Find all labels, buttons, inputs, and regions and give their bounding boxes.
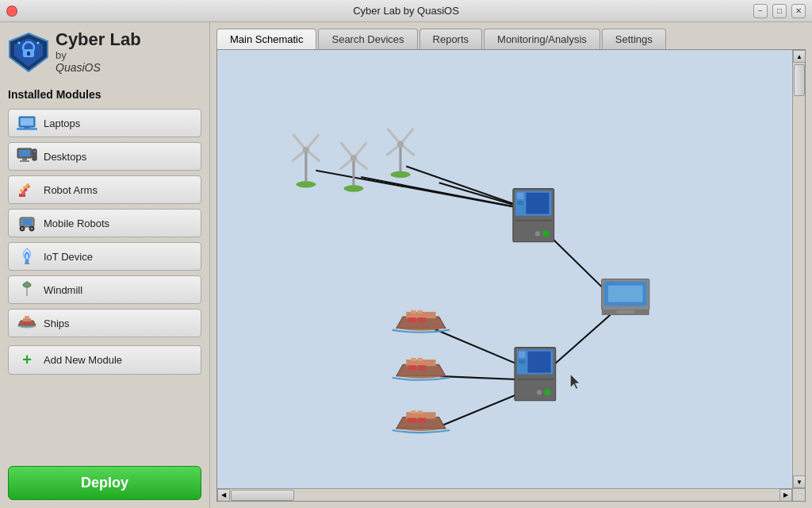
- svg-point-30: [25, 260, 29, 264]
- svg-point-51: [296, 181, 316, 187]
- svg-point-28: [21, 228, 24, 230]
- installed-modules-title: Installed Modules: [8, 88, 201, 101]
- module-mobile-robots[interactable]: Mobile Robots: [8, 209, 201, 237]
- desktops-label: Desktops: [44, 151, 86, 163]
- title-bar: Cyber Lab by QuasiOS − □ ✕: [0, 0, 812, 22]
- svg-rect-4: [27, 52, 30, 56]
- title-bar-left: [6, 6, 17, 17]
- svg-rect-40: [27, 321, 30, 324]
- windmill-label: Windmill: [44, 284, 82, 296]
- svg-rect-98: [418, 418, 426, 422]
- svg-rect-73: [517, 193, 523, 199]
- network-diagram: [217, 50, 792, 488]
- svg-rect-39: [24, 321, 27, 324]
- close-button[interactable]: ✕: [791, 4, 806, 18]
- scroll-down-arrow[interactable]: ▼: [793, 475, 805, 488]
- svg-rect-10: [24, 127, 30, 129]
- svg-rect-83: [616, 310, 634, 314]
- svg-rect-13: [22, 158, 27, 160]
- svg-rect-103: [528, 352, 551, 373]
- svg-rect-95: [411, 410, 416, 414]
- svg-rect-86: [418, 310, 423, 314]
- svg-rect-75: [526, 193, 549, 214]
- svg-rect-25: [22, 219, 32, 225]
- module-robot-arms[interactable]: Robot Arms: [8, 175, 201, 204]
- svg-line-49: [546, 310, 615, 372]
- scroll-up-arrow[interactable]: ▲: [793, 50, 805, 63]
- svg-rect-92: [408, 365, 416, 370]
- svg-rect-102: [519, 360, 525, 364]
- tab-settings[interactable]: Settings: [602, 29, 666, 49]
- svg-point-65: [391, 171, 411, 178]
- scroll-thumb-vertical[interactable]: [794, 64, 805, 96]
- maximize-button[interactable]: □: [772, 4, 787, 18]
- ship-icon: [17, 314, 37, 332]
- svg-line-43: [406, 167, 530, 210]
- svg-rect-38: [25, 316, 29, 319]
- horizontal-scrollbar[interactable]: ◀ ▶: [217, 488, 792, 501]
- scroll-thumb-horizontal[interactable]: [231, 490, 294, 501]
- svg-point-29: [31, 228, 33, 230]
- svg-rect-97: [408, 418, 416, 422]
- svg-point-23: [26, 183, 29, 187]
- scroll-right-arrow[interactable]: ▶: [779, 489, 792, 502]
- svg-point-63: [350, 155, 357, 161]
- schematic-wrapper: ▲ ▼ ◀ ▶: [216, 49, 806, 502]
- schematic-canvas[interactable]: ▲ ▼ ◀ ▶: [217, 50, 805, 501]
- module-iot-device[interactable]: IoT Device: [8, 242, 201, 271]
- svg-rect-88: [418, 318, 426, 322]
- tab-reports[interactable]: Reports: [419, 29, 483, 49]
- svg-point-56: [303, 147, 309, 153]
- robot-arms-label: Robot Arms: [44, 184, 98, 196]
- tab-bar: Main Schematic Search Devices Reports Mo…: [216, 29, 806, 49]
- svg-rect-16: [33, 151, 36, 152]
- logo-text: Cyber Lab by QuasiOS: [56, 30, 141, 74]
- svg-rect-101: [519, 352, 525, 358]
- iot-icon: [17, 248, 37, 265]
- deploy-button[interactable]: Deploy: [8, 466, 201, 500]
- svg-point-104: [544, 389, 550, 395]
- add-module-button[interactable]: + Add New Module: [8, 345, 201, 375]
- scroll-corner: [792, 488, 805, 501]
- svg-point-76: [542, 230, 549, 237]
- module-ships[interactable]: Ships: [8, 309, 201, 337]
- vertical-scrollbar[interactable]: ▲ ▼: [792, 50, 805, 488]
- scroll-left-arrow[interactable]: ◀: [217, 489, 230, 502]
- desktop-icon: [17, 148, 37, 165]
- laptop-icon: [17, 114, 37, 132]
- svg-rect-74: [517, 201, 523, 205]
- svg-point-21: [20, 189, 23, 192]
- svg-point-22: [23, 186, 26, 189]
- svg-rect-91: [418, 358, 423, 361]
- module-windmill[interactable]: Windmill: [8, 275, 201, 304]
- svg-line-42: [361, 177, 530, 210]
- svg-rect-31: [25, 263, 29, 264]
- svg-rect-90: [411, 358, 416, 361]
- ships-label: Ships: [44, 318, 70, 329]
- logo-shield-icon: [8, 32, 49, 73]
- tab-monitoring[interactable]: Monitoring/Analysis: [484, 29, 600, 49]
- sidebar: Cyber Lab by QuasiOS Installed Modules L…: [0, 22, 210, 508]
- minimize-button[interactable]: −: [753, 4, 768, 18]
- svg-point-105: [537, 390, 542, 394]
- robot-arm-icon: [17, 181, 37, 198]
- module-laptops[interactable]: Laptops: [8, 109, 201, 137]
- logo-area: Cyber Lab by QuasiOS: [8, 30, 201, 74]
- svg-marker-107: [570, 375, 579, 390]
- svg-rect-8: [21, 118, 33, 125]
- svg-rect-87: [408, 318, 416, 322]
- module-desktops[interactable]: Desktops: [8, 142, 201, 171]
- tab-search-devices[interactable]: Search Devices: [318, 29, 417, 49]
- iot-device-label: IoT Device: [44, 251, 93, 263]
- add-module-label: Add New Module: [44, 354, 122, 366]
- main-container: Cyber Lab by QuasiOS Installed Modules L…: [0, 22, 812, 508]
- logo-line2: by QuasiOS: [56, 49, 141, 74]
- add-icon: +: [17, 351, 37, 369]
- content-area: Main Schematic Search Devices Reports Mo…: [210, 22, 812, 508]
- logo-line1: Cyber Lab: [56, 30, 141, 49]
- svg-rect-78: [515, 220, 552, 221]
- close-traffic-light[interactable]: [6, 6, 17, 17]
- svg-rect-12: [19, 150, 30, 156]
- svg-rect-96: [418, 410, 423, 414]
- tab-main-schematic[interactable]: Main Schematic: [216, 29, 316, 49]
